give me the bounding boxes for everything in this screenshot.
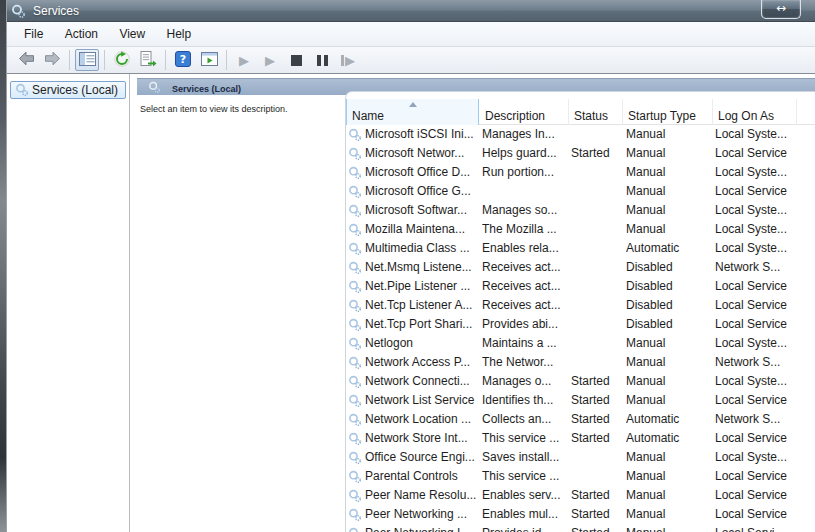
service-logon-cell: Local Syste... [715, 201, 810, 220]
table-row[interactable]: Parental Controls This service ... Manua… [346, 467, 815, 486]
pause-service-button[interactable] [310, 49, 334, 71]
table-row[interactable]: Peer Name Resolu... Enables serv... Star… [346, 486, 815, 505]
service-logon-cell: Local Syste... [715, 334, 810, 353]
title-bar[interactable]: Services ↔ [0, 0, 815, 22]
sort-ascending-icon [409, 102, 417, 107]
service-gear-icon [348, 470, 362, 484]
column-header-status[interactable]: Status [569, 99, 623, 125]
service-name-cell: Parental Controls [348, 467, 479, 486]
service-startup-cell: Automatic [626, 239, 713, 258]
table-row[interactable]: Network Access P... The Networ... Manual… [346, 353, 815, 372]
table-row[interactable]: Mozilla Maintena... The Mozilla ... Manu… [346, 220, 815, 239]
service-logon-cell: Local Service [715, 315, 810, 334]
service-logon-cell: Local Service [715, 182, 810, 201]
table-row[interactable]: Network List Service Identifies th... St… [346, 391, 815, 410]
menu-action[interactable]: Action [56, 22, 107, 46]
table-row[interactable]: Netlogon Maintains a ... Manual Local Sy… [346, 334, 815, 353]
menu-file[interactable]: File [15, 22, 52, 46]
stop-icon [291, 55, 302, 66]
service-status-cell: Started [571, 372, 623, 391]
service-name-cell: Net.Tcp Listener A... [348, 296, 479, 315]
help-button[interactable]: ? [171, 49, 195, 71]
service-logon-cell: Local Syste... [715, 125, 810, 144]
service-logon-cell: Local Syste... [715, 448, 810, 467]
service-status-cell: Started [571, 410, 623, 429]
service-startup-cell: Manual [626, 163, 713, 182]
table-row[interactable]: Microsoft Office G... Manual Local Servi… [346, 182, 815, 201]
console-tree-icon [79, 52, 96, 69]
table-row[interactable]: Microsoft Networ... Helps guard... Start… [346, 144, 815, 163]
service-gear-icon [348, 261, 362, 275]
show-action-pane-button[interactable] [197, 49, 221, 71]
service-description-cell: Enables rela... [482, 239, 569, 258]
column-header-startup-type[interactable]: Startup Type [623, 99, 713, 125]
show-console-tree-button[interactable] [75, 49, 99, 71]
services-list-panel: Name Description Status Startup Type Log… [345, 91, 815, 532]
resize-button[interactable]: ↔ [761, 0, 801, 19]
table-row[interactable]: Peer Networking I... Provides id... Star… [346, 524, 815, 532]
back-button[interactable] [14, 49, 38, 71]
service-status-cell [571, 201, 623, 220]
service-status-cell: Started [571, 144, 623, 163]
table-row[interactable]: Net.Msmq Listene... Receives act... Disa… [346, 258, 815, 277]
table-row[interactable]: Net.Tcp Listener A... Receives act... Di… [346, 296, 815, 315]
table-row[interactable]: Network Connecti... Manages o... Started… [346, 372, 815, 391]
service-gear-icon [348, 242, 362, 256]
resize-arrows-icon: ↔ [776, 1, 786, 15]
service-logon-cell: Local Servi... [715, 524, 810, 532]
menu-view[interactable]: View [110, 22, 154, 46]
service-logon-cell: Local Service [715, 144, 810, 163]
service-name-cell: Network Connecti... [348, 372, 479, 391]
service-logon-cell: Local Service [715, 296, 810, 315]
table-row[interactable]: Microsoft iSCSI Ini... Manages In... Man… [346, 125, 815, 144]
table-row[interactable]: Microsoft Office D... Run portion... Man… [346, 163, 815, 182]
toolbar-separator [226, 50, 227, 70]
service-gear-icon [348, 413, 362, 427]
help-icon: ? [175, 51, 191, 70]
service-logon-cell: Local Service [715, 467, 810, 486]
service-name-cell: Netlogon [348, 334, 479, 353]
table-row[interactable]: Net.Tcp Port Shari... Provides abi... Di… [346, 315, 815, 334]
restart-service-button[interactable]: ▶ [336, 49, 360, 71]
service-status-cell: Started [571, 391, 623, 410]
start-service-button[interactable]: ▶ [232, 49, 256, 71]
window-glass-border [0, 0, 7, 532]
service-gear-icon [348, 451, 362, 465]
tree-node-services-local[interactable]: Services (Local) [10, 81, 126, 99]
service-logon-cell: Local Service [715, 486, 810, 505]
services-table-body: Microsoft iSCSI Ini... Manages In... Man… [346, 125, 815, 532]
console-tree-pane: Services (Local) [8, 74, 130, 532]
services-window: Services ↔ File Action View Help [0, 0, 815, 532]
table-row[interactable]: Peer Networking ... Enables mul... Start… [346, 505, 815, 524]
column-header-description[interactable]: Description [480, 99, 569, 125]
service-name-cell: Network Store Int... [348, 429, 479, 448]
service-name-cell: Net.Tcp Port Shari... [348, 315, 479, 334]
play-icon: ▶ [239, 54, 249, 67]
refresh-button[interactable] [110, 49, 134, 71]
stop-service-button[interactable] [284, 49, 308, 71]
service-logon-cell: Local Service [715, 391, 810, 410]
table-row[interactable]: Net.Pipe Listener ... Receives act... Di… [346, 277, 815, 296]
service-gear-icon [348, 223, 362, 237]
table-row[interactable]: Microsoft Softwar... Manages so... Manua… [346, 201, 815, 220]
resume-service-button[interactable]: ▶ [258, 49, 282, 71]
service-logon-cell: Local Service [715, 277, 810, 296]
table-row[interactable]: Network Location ... Collects an... Star… [346, 410, 815, 429]
service-description-cell: Run portion... [482, 163, 569, 182]
service-status-cell: Started [571, 524, 623, 532]
column-header-name[interactable]: Name [346, 99, 479, 125]
table-row[interactable]: Multimedia Class ... Enables rela... Aut… [346, 239, 815, 258]
column-header-log-on-as[interactable]: Log On As [713, 99, 797, 125]
forward-button[interactable] [40, 49, 64, 71]
service-description-cell: Enables mul... [482, 505, 569, 524]
service-description-cell: Receives act... [482, 277, 569, 296]
service-startup-cell: Manual [626, 467, 713, 486]
table-row[interactable]: Office Source Engi... Saves install... M… [346, 448, 815, 467]
service-name-cell: Network Location ... [348, 410, 479, 429]
table-row[interactable]: Network Store Int... This service ... St… [346, 429, 815, 448]
service-description-cell: Enables serv... [482, 486, 569, 505]
export-list-button[interactable] [136, 49, 160, 71]
service-status-cell [571, 258, 623, 277]
menu-help[interactable]: Help [158, 22, 201, 46]
service-description-cell: Manages so... [482, 201, 569, 220]
